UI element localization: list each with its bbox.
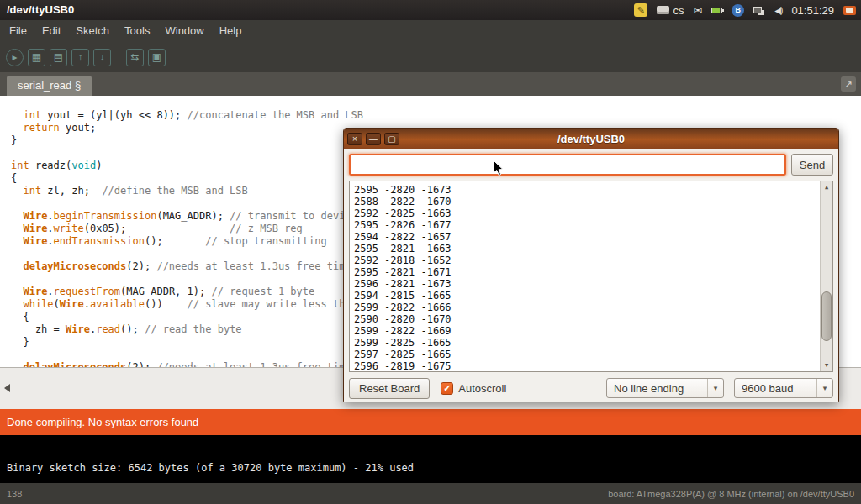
stop-button[interactable]: ▦ [28, 49, 45, 66]
keyboard-layout-label: cs [673, 4, 684, 17]
volume-icon[interactable]: ◀) [774, 6, 782, 15]
serial-monitor-window: /dev/ttyUSB0 × — ▢ Send 2595 -2820 -1673… [343, 128, 839, 402]
window-title: /dev/ttyUSB0 [344, 133, 838, 145]
compile-status-text: Done compiling. No syntax errors found [7, 416, 198, 428]
board-info: board: ATmega328P(A) @ 8 MHz (internal) … [608, 489, 854, 499]
menu-edit[interactable]: Edit [34, 20, 68, 42]
serial-monitor-body: Send 2595 -2820 -16732588 -2822 -1670259… [344, 149, 838, 402]
verify-button[interactable]: ▸ [6, 49, 24, 66]
serial-line: 2595 -2826 -1677 [354, 219, 828, 231]
new-sketch-button[interactable]: ▤ [50, 49, 67, 66]
window-titlebar[interactable]: /dev/ttyUSB0 × — ▢ [344, 129, 838, 149]
serial-line: 2592 -2825 -1663 [354, 207, 828, 219]
scrollbar-thumb[interactable] [821, 291, 832, 341]
clock[interactable]: 01:51:29 [791, 4, 834, 17]
serial-scrollbar[interactable]: ▲ ▼ [820, 181, 832, 371]
serial-line: 2595 -2821 -1671 [354, 266, 828, 278]
save-button[interactable]: ↓ [93, 49, 111, 66]
mail-icon[interactable]: ✉ [693, 4, 702, 17]
menu-bar: FileEditSketchToolsWindowHelp [0, 20, 861, 42]
console-text: Binary sketch size: 6542 bytes (of a 307… [7, 462, 414, 474]
top-panel: /dev/ttyUSB0 ✎ cs ✉ B ◀) 01:51:29 [0, 0, 861, 20]
menu-window[interactable]: Window [157, 20, 211, 42]
line-number-indicator: 138 [7, 489, 22, 499]
mouse-cursor [493, 160, 504, 180]
serial-send-input[interactable] [349, 154, 786, 176]
status-footer: 138 board: ATmega328P(A) @ 8 MHz (intern… [0, 483, 861, 504]
baud-rate-select[interactable]: 9600 baud ▾ [734, 378, 833, 398]
toolbar: ▸▦▤↑↓⇆▣ [0, 42, 861, 72]
keyboard-icon [657, 6, 669, 14]
menu-sketch[interactable]: Sketch [68, 20, 117, 42]
system-tray: ✎ cs ✉ B ◀) 01:51:29 [634, 0, 856, 20]
compile-status-bar: Done compiling. No syntax errors found [0, 409, 861, 435]
serial-output[interactable]: 2595 -2820 -16732588 -2822 -16702592 -28… [349, 181, 833, 372]
scroll-left-arrow-icon[interactable] [4, 384, 10, 392]
autoscroll-label: Autoscroll [458, 382, 506, 395]
upload-button[interactable]: ⇆ [126, 49, 144, 66]
serial-line: 2588 -2822 -1670 [354, 196, 828, 207]
maximize-button[interactable]: ▢ [384, 133, 399, 145]
serial-line: 2597 -2825 -1665 [354, 349, 828, 360]
menu-tools[interactable]: Tools [117, 20, 157, 42]
serial-output-text: 2595 -2820 -16732588 -2822 -16702592 -28… [350, 181, 832, 372]
serial-line: 2595 -2820 -1673 [354, 184, 828, 196]
serial-line: 2590 -2820 -1670 [354, 313, 828, 325]
tab-strip: serial_read § ↗ [0, 72, 861, 96]
minimize-button[interactable]: — [366, 133, 381, 145]
network-icon[interactable] [753, 7, 762, 13]
serial-line: 2596 -2819 -1675 [354, 360, 828, 372]
serial-line: 2592 -2818 -1652 [354, 255, 828, 266]
serial-controls: Reset Board ✓ Autoscroll No line ending … [349, 377, 833, 399]
session-icon[interactable] [843, 6, 856, 15]
code-line: int yout = (yl|(yh << 8)); //concatenate… [11, 109, 861, 122]
reset-board-button[interactable]: Reset Board [349, 378, 430, 399]
serial-line: 2595 -2821 -1663 [354, 243, 828, 255]
chevron-down-icon: ▾ [816, 379, 832, 397]
menu-file[interactable]: File [2, 20, 34, 42]
send-button[interactable]: Send [791, 154, 833, 176]
open-button[interactable]: ↑ [71, 49, 89, 66]
screen: /dev/ttyUSB0 ✎ cs ✉ B ◀) 01:51:29 FileEd… [0, 0, 861, 504]
serial-line: 2594 -2822 -1657 [354, 231, 828, 243]
serial-input-row: Send [349, 154, 833, 176]
serial-monitor-button[interactable]: ▣ [148, 49, 166, 66]
scroll-down-icon[interactable]: ▼ [821, 360, 832, 371]
scroll-up-icon[interactable]: ▲ [821, 181, 832, 193]
tab-serial-read[interactable]: serial_read § [7, 76, 92, 96]
serial-line: 2599 -2822 -1666 [354, 302, 828, 313]
console-output: Binary sketch size: 6542 bytes (of a 307… [0, 435, 861, 483]
bluetooth-icon[interactable]: B [732, 4, 744, 17]
close-button[interactable]: × [347, 133, 362, 145]
notes-icon[interactable]: ✎ [634, 3, 647, 17]
autoscroll-checkbox[interactable]: ✓ [441, 382, 453, 395]
chevron-down-icon: ▾ [707, 379, 723, 397]
baud-rate-value: 9600 baud [735, 382, 816, 395]
serial-line: 2594 -2815 -1665 [354, 290, 828, 302]
tab-menu-button[interactable]: ↗ [841, 76, 856, 92]
line-ending-value: No line ending [607, 382, 707, 395]
keyboard-indicator[interactable]: cs [657, 4, 684, 17]
serial-line: 2596 -2821 -1673 [354, 278, 828, 290]
panel-window-title: /dev/ttyUSB0 [7, 3, 74, 16]
line-ending-select[interactable]: No line ending ▾ [606, 378, 724, 398]
serial-line: 2599 -2825 -1665 [354, 337, 828, 349]
menu-help[interactable]: Help [212, 20, 250, 42]
battery-icon[interactable] [711, 8, 722, 13]
serial-line: 2599 -2822 -1669 [354, 325, 828, 337]
